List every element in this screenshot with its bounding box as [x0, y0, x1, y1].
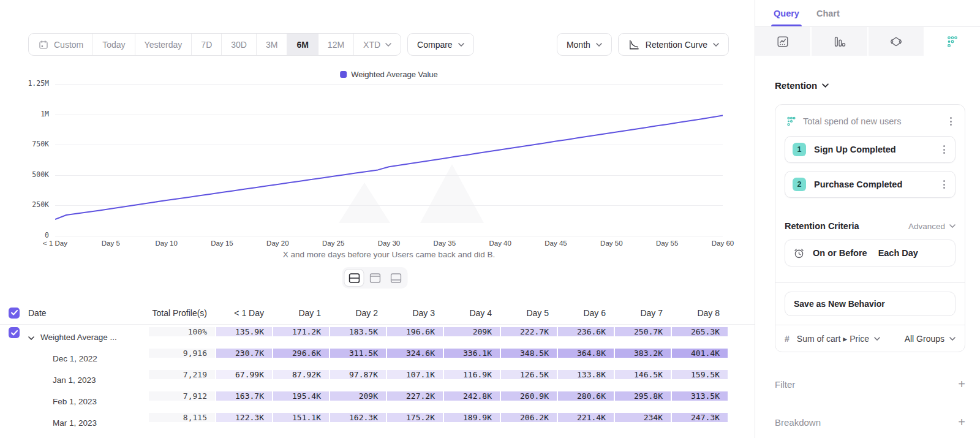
row-label-cell[interactable]: Weighted Average ... [28, 327, 148, 347]
retention-value-cell[interactable]: 122.3K [216, 413, 273, 433]
retention-value-cell[interactable]: 234K [614, 413, 671, 433]
row-checkbox[interactable] [9, 327, 20, 338]
select-all-checkbox[interactable] [9, 308, 20, 319]
retention-value-cell[interactable]: 336.1K [443, 349, 500, 369]
retention-value-cell[interactable]: 189.9K [443, 413, 500, 433]
date-range-6m[interactable]: 6M [287, 34, 318, 55]
retention-value-cell[interactable]: 250.7K [614, 327, 671, 347]
date-range-xtd[interactable]: XTD [354, 34, 401, 55]
granularity-dropdown[interactable]: Month [557, 33, 612, 56]
retention-value-cell[interactable]: 311.5K [330, 349, 386, 369]
retention-value-cell[interactable]: 324.6K [386, 349, 443, 369]
retention-value-cell[interactable]: 222.7K [500, 327, 557, 347]
y-axis-tick: 1M [9, 110, 49, 118]
retention-value-cell-clipped [728, 370, 755, 390]
date-range-7d[interactable]: 7D [192, 34, 222, 55]
behavior-menu-button[interactable] [948, 115, 954, 128]
retention-value: 146.5K [615, 370, 671, 379]
retention-value-cell[interactable]: 67.99K [216, 370, 273, 390]
retention-value-cell[interactable]: 135.9K [216, 327, 273, 347]
date-range-30d[interactable]: 30D [222, 34, 257, 55]
layout-table-view-button[interactable] [386, 270, 405, 286]
behavior-step[interactable]: 2Purchase Completed [785, 171, 956, 198]
retention-value-cell[interactable]: 260.9K [500, 391, 557, 412]
criteria-mode-dropdown[interactable]: Advanced [908, 222, 956, 231]
retention-value-cell[interactable]: 227.2K [386, 391, 443, 412]
retention-value-cell[interactable]: 151.1K [273, 413, 330, 433]
retention-value-cell[interactable]: 133.8K [557, 370, 614, 390]
retention-value-cell[interactable]: 247.3K [671, 413, 728, 433]
date-range-yesterday[interactable]: Yesterday [135, 34, 192, 55]
report-type-funnels-button[interactable] [812, 27, 867, 56]
tab-chart[interactable]: Chart [816, 0, 840, 26]
retention-value-cell[interactable]: 97.87K [330, 370, 386, 390]
retention-value-cell[interactable]: 209K [330, 391, 386, 412]
row-label-cell[interactable]: Feb 1, 2023 [28, 391, 148, 412]
row-label-cell[interactable]: Dec 1, 2022 [28, 349, 148, 369]
retention-value-cell[interactable]: 159.5K [671, 370, 728, 390]
retention-value-cell[interactable]: 162.3K [330, 413, 386, 433]
retention-value-cell[interactable]: 209K [443, 327, 500, 347]
compare-button[interactable]: Compare [407, 33, 474, 56]
report-type-retention-button[interactable] [925, 27, 980, 56]
retention-value-cell[interactable]: 87.92K [273, 370, 330, 390]
report-type-insights-button[interactable] [755, 27, 810, 56]
expand-chevron-icon[interactable] [28, 333, 34, 342]
step-menu-button[interactable] [941, 178, 948, 191]
retention-value-cell[interactable]: 126.5K [500, 370, 557, 390]
report-type-switcher [755, 27, 980, 56]
x-axis-tick: Day 40 [489, 240, 511, 247]
save-as-new-behavior-button[interactable]: Save as New Behavior [785, 292, 956, 316]
measure-property-dropdown[interactable]: Sum of cart ▸ Price [797, 334, 897, 344]
retention-line-chart[interactable] [55, 84, 723, 237]
retention-condition-row[interactable]: On or Before Each Day [785, 240, 956, 266]
retention-value-cell[interactable]: 242.8K [443, 391, 500, 412]
retention-value-cell[interactable]: 364.8K [557, 349, 614, 369]
retention-value-cell[interactable]: 383.2K [614, 349, 671, 369]
step-menu-button[interactable] [941, 143, 948, 156]
x-axis-tick: Day 35 [434, 240, 456, 247]
retention-value-cell[interactable]: 313.5K [671, 391, 728, 412]
retention-value-cell[interactable]: 107.1K [386, 370, 443, 390]
retention-value-cell[interactable]: 195.4K [273, 391, 330, 412]
date-range-12m[interactable]: 12M [318, 34, 354, 55]
chart-legend[interactable]: Weighted Average Value [340, 70, 438, 79]
row-label-cell[interactable]: Mar 1, 2023 [28, 413, 148, 433]
toolbar-right-group: Month Retention Curve [557, 33, 729, 56]
retention-value-cell[interactable]: 171.2K [273, 327, 330, 347]
groups-dropdown[interactable]: All Groups [905, 334, 956, 344]
report-type-flows-button[interactable] [869, 27, 924, 56]
retention-value-cell[interactable]: 348.5K [500, 349, 557, 369]
date-range-custom[interactable]: Custom [29, 34, 93, 55]
retention-value-cell[interactable]: 183.5K [330, 327, 386, 347]
add-breakdown-button[interactable]: + [958, 416, 965, 428]
retention-value-cell[interactable]: 146.5K [614, 370, 671, 390]
retention-value-cell[interactable]: 236.6K [557, 327, 614, 347]
each-day-dropdown[interactable]: Each Day [878, 248, 918, 258]
row-label-cell[interactable]: Jan 1, 2023 [28, 370, 148, 390]
retention-section-dropdown[interactable]: Retention [775, 80, 965, 91]
retention-value-cell[interactable]: 401.4K [671, 349, 728, 369]
condition-dropdown[interactable]: On or Before [813, 248, 867, 258]
retention-value-cell[interactable]: 296.6K [273, 349, 330, 369]
retention-value-cell[interactable]: 206.2K [500, 413, 557, 433]
retention-value-cell[interactable]: 295.8K [614, 391, 671, 412]
table-row: Feb 1, 20237,912163.7K195.4K209K227.2K24… [0, 391, 755, 412]
retention-value-cell[interactable]: 175.2K [386, 413, 443, 433]
retention-value-cell[interactable]: 196.6K [386, 327, 443, 347]
chart-type-dropdown[interactable]: Retention Curve [618, 33, 729, 56]
retention-value-cell[interactable]: 116.9K [443, 370, 500, 390]
date-range-today[interactable]: Today [93, 34, 135, 55]
retention-value-cell[interactable]: 163.7K [216, 391, 273, 412]
layout-split-view-button[interactable] [345, 270, 364, 286]
retention-value-cell[interactable]: 265.3K [671, 327, 728, 347]
retention-value-cell[interactable]: 221.4K [557, 413, 614, 433]
retention-value-cell[interactable]: 230.7K [216, 349, 273, 369]
behavior-step[interactable]: 1Sign Up Completed [785, 136, 956, 163]
tab-query[interactable]: Query [774, 0, 799, 26]
layout-chart-view-button[interactable] [366, 270, 385, 286]
retention-value-cell[interactable]: 280.6K [557, 391, 614, 412]
query-builder-panel: Query Chart Retention [755, 0, 980, 438]
add-filter-button[interactable]: + [958, 378, 965, 390]
date-range-3m[interactable]: 3M [257, 34, 287, 55]
